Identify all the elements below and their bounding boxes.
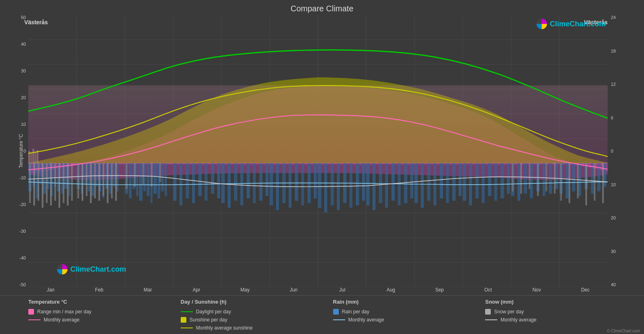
left-tick-n30: -30 — [19, 229, 26, 234]
svg-rect-73 — [247, 163, 250, 198]
svg-rect-159 — [512, 163, 513, 191]
right-tick-12: 12 — [611, 82, 640, 87]
svg-rect-160 — [520, 163, 522, 194]
legend-item-snow-swatch: Snow per day — [485, 309, 636, 315]
svg-rect-111 — [475, 163, 479, 198]
svg-rect-77 — [270, 163, 273, 205]
chart-area: ClimeChart.com — [28, 15, 608, 287]
svg-rect-112 — [481, 163, 484, 203]
legend-line-snow-avg — [485, 319, 497, 320]
legend-item-daylight: Daylight per day — [181, 309, 332, 315]
left-tick-50: 50 — [21, 15, 26, 20]
left-tick-n40: -40 — [19, 255, 26, 260]
left-axis-label: Temperature °C — [18, 134, 24, 168]
svg-rect-167 — [577, 163, 579, 198]
svg-rect-155 — [134, 163, 136, 187]
legend-label-snow: Snow per day — [494, 309, 524, 315]
svg-rect-90 — [349, 163, 352, 208]
svg-rect-113 — [488, 163, 491, 196]
legend-swatch-snow — [485, 309, 491, 315]
legend-swatch-sunshine — [181, 317, 186, 323]
left-tick-n20: -20 — [19, 202, 26, 207]
svg-rect-103 — [427, 163, 430, 201]
legend-item-snow-avg: Monthly average — [485, 317, 636, 323]
chart-title: Compare Climate — [0, 0, 644, 15]
left-tick-n50: -50 — [19, 282, 26, 287]
svg-rect-122 — [543, 163, 545, 196]
svg-rect-163 — [545, 163, 547, 191]
svg-rect-156 — [142, 163, 144, 184]
svg-rect-116 — [507, 163, 510, 194]
svg-rect-168 — [585, 163, 587, 205]
svg-rect-158 — [159, 163, 161, 182]
legend-line-rain-avg — [333, 319, 345, 320]
svg-rect-136 — [42, 163, 43, 208]
legend-item-rain-avg: Monthly average — [333, 317, 484, 323]
svg-rect-130 — [591, 163, 593, 194]
svg-rect-86 — [324, 163, 327, 213]
legend-title-temp: Temperature °C — [28, 299, 179, 305]
svg-rect-119 — [524, 163, 527, 194]
svg-rect-61 — [173, 163, 176, 201]
svg-rect-150 — [103, 163, 104, 196]
x-tick-mar: Mar — [124, 287, 172, 293]
legend-label-sunshine-avg: Monthly average sunshine — [196, 325, 253, 331]
svg-rect-47 — [113, 163, 116, 187]
legend-label-rain-avg: Monthly average — [348, 317, 384, 323]
x-tick-feb: Feb — [75, 287, 123, 293]
svg-rect-70 — [228, 163, 230, 208]
svg-rect-98 — [398, 163, 401, 205]
legend-label-snow-avg: Monthly average — [500, 317, 536, 323]
svg-rect-124 — [555, 163, 558, 189]
legend-line-sunshine-avg — [181, 328, 193, 328]
left-tick-30: 30 — [21, 68, 26, 73]
svg-rect-81 — [295, 163, 298, 201]
svg-rect-97 — [391, 163, 395, 201]
svg-rect-82 — [301, 163, 304, 205]
svg-rect-152 — [111, 163, 113, 198]
svg-rect-93 — [366, 163, 370, 205]
left-tick-40: 40 — [21, 42, 26, 47]
svg-rect-57 — [153, 163, 156, 194]
svg-rect-60 — [165, 163, 167, 196]
svg-rect-173 — [32, 149, 34, 163]
svg-rect-75 — [259, 163, 262, 201]
svg-rect-166 — [568, 163, 570, 203]
legend-item-sunshine-avg: Monthly average sunshine — [181, 325, 332, 331]
legend-item-temp-range: Range min / max per day — [28, 309, 179, 315]
right-tick-24: 24 — [611, 15, 640, 20]
right-tick-6: 6 — [611, 115, 640, 120]
svg-rect-108 — [458, 163, 461, 196]
svg-rect-91 — [356, 163, 359, 205]
svg-rect-101 — [414, 163, 418, 203]
legend-title-rain: Rain (mm) — [333, 299, 484, 305]
legend-line-temp-avg — [28, 319, 40, 320]
svg-rect-24 — [28, 85, 608, 165]
svg-rect-157 — [151, 163, 152, 187]
legend-label-daylight: Daylight per day — [196, 309, 231, 315]
svg-rect-99 — [404, 163, 407, 203]
svg-rect-165 — [560, 163, 562, 201]
legend-swatch-temp-range — [28, 309, 34, 315]
svg-rect-92 — [362, 163, 365, 201]
right-tick-0-sun: 0 — [611, 149, 640, 153]
svg-rect-140 — [59, 163, 60, 208]
svg-rect-35 — [64, 163, 67, 189]
legend-label-temp-avg: Monthly average — [44, 317, 80, 323]
legend-title-snow: Snow (mm) — [485, 299, 636, 305]
legend-swatch-rain — [333, 309, 339, 315]
svg-rect-161 — [529, 163, 530, 189]
svg-rect-115 — [500, 163, 504, 198]
svg-rect-95 — [379, 163, 382, 203]
svg-rect-105 — [440, 163, 443, 198]
legend-title-sunshine: Day / Sunshine (h) — [181, 299, 332, 305]
right-tick-10: 10 — [611, 182, 640, 187]
logo-icon-bottom — [57, 264, 68, 275]
svg-rect-144 — [77, 163, 79, 198]
svg-rect-40 — [88, 163, 90, 191]
svg-rect-53 — [139, 163, 142, 201]
right-tick-40: 40 — [611, 282, 640, 287]
svg-rect-67 — [211, 163, 214, 194]
legend-temperature: Temperature °C Range min / max per day M… — [28, 299, 179, 331]
svg-rect-85 — [318, 163, 321, 208]
